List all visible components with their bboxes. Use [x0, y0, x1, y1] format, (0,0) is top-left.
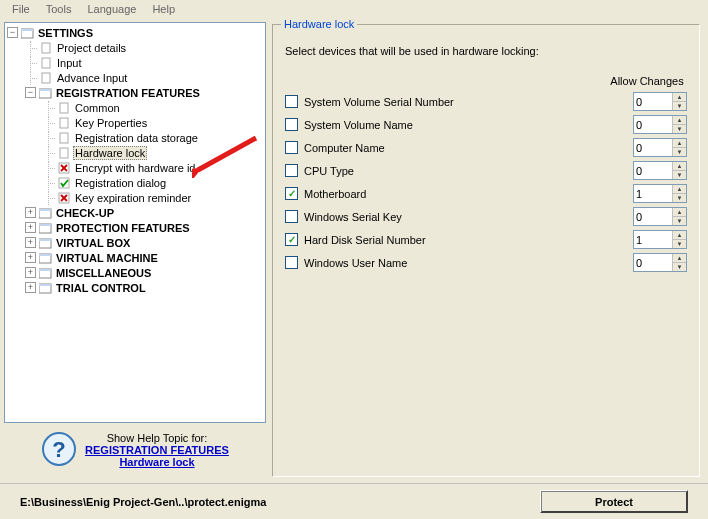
svg-rect-21 [39, 254, 51, 256]
expand-icon[interactable]: + [25, 207, 36, 218]
tree-item[interactable]: Project details [55, 42, 128, 54]
spin-up-icon[interactable]: ▲ [672, 162, 686, 171]
spin-down-icon[interactable]: ▼ [672, 125, 686, 133]
spin-down-icon[interactable]: ▼ [672, 194, 686, 202]
chk-sysvol-name[interactable]: System Volume Name [285, 118, 627, 131]
tree-item[interactable]: Input [55, 57, 83, 69]
chk-win-serial[interactable]: Windows Serial Key [285, 210, 627, 223]
chk-cpu-type[interactable]: CPU Type [285, 164, 627, 177]
folder-icon [38, 86, 52, 99]
chk-sysvol-serial[interactable]: System Volume Serial Number [285, 95, 627, 108]
allow-changes-header: Allow Changes [285, 75, 687, 87]
tree-item-hardware-lock[interactable]: Hardware lock [73, 146, 147, 160]
help-panel: ? Show Help Topic for: REGISTRATION FEAT… [4, 423, 266, 477]
folder-icon [38, 281, 52, 294]
protect-button[interactable]: Protect [540, 490, 688, 513]
folder-icon [38, 251, 52, 264]
menu-language[interactable]: Language [79, 2, 144, 16]
spin-hdd-serial: ▲▼ [633, 230, 687, 249]
menu-file[interactable]: File [4, 2, 38, 16]
tree-item[interactable]: Registration dialog [73, 177, 168, 189]
svg-rect-7 [60, 103, 68, 113]
spin-down-icon[interactable]: ▼ [672, 102, 686, 110]
help-link-regfeatures[interactable]: REGISTRATION FEATURES [85, 444, 229, 456]
folder-icon [38, 236, 52, 249]
folder-icon [38, 206, 52, 219]
svg-rect-2 [42, 43, 50, 53]
tree-item[interactable]: CHECK-UP [54, 207, 116, 219]
x-icon [57, 191, 71, 204]
tree-item[interactable]: Advance Input [55, 72, 129, 84]
check-icon [57, 176, 71, 189]
tree-item[interactable]: Encrypt with hardware id [73, 162, 197, 174]
tree-item-regfeatures[interactable]: REGISTRATION FEATURES [54, 87, 202, 99]
spin-cpu-type: ▲▼ [633, 161, 687, 180]
spin-computer-name: ▲▼ [633, 138, 687, 157]
tree-item[interactable]: Registration data storage [73, 132, 200, 144]
expand-icon[interactable]: − [7, 27, 18, 38]
tree-item[interactable]: PROTECTION FEATURES [54, 222, 192, 234]
spin-up-icon[interactable]: ▲ [672, 116, 686, 125]
svg-rect-10 [60, 148, 68, 158]
tree-item[interactable]: Key Properties [73, 117, 149, 129]
help-title: Show Help Topic for: [85, 432, 229, 444]
tree-item[interactable]: TRIAL CONTROL [54, 282, 148, 294]
svg-rect-25 [39, 284, 51, 286]
page-icon [39, 56, 53, 69]
spin-up-icon[interactable]: ▲ [672, 208, 686, 217]
svg-rect-8 [60, 118, 68, 128]
expand-icon[interactable]: + [25, 252, 36, 263]
chk-hdd-serial[interactable]: Hard Disk Serial Number [285, 233, 627, 246]
help-icon[interactable]: ? [41, 431, 77, 469]
spin-up-icon[interactable]: ▲ [672, 254, 686, 263]
group-desc: Select devices that will be used in hard… [285, 45, 687, 57]
status-bar: E:\Business\Enig Project-Gen\..\protect.… [0, 483, 708, 519]
svg-text:?: ? [52, 437, 65, 462]
spin-up-icon[interactable]: ▲ [672, 93, 686, 102]
svg-rect-15 [39, 209, 51, 211]
page-icon [57, 131, 71, 144]
spin-win-serial: ▲▼ [633, 207, 687, 226]
chk-computer-name[interactable]: Computer Name [285, 141, 627, 154]
menu-bar: File Tools Language Help [0, 0, 708, 18]
tree-item[interactable]: MISCELLANEOUS [54, 267, 153, 279]
tree-root-label[interactable]: SETTINGS [36, 27, 95, 39]
expand-icon[interactable]: + [25, 282, 36, 293]
spin-down-icon[interactable]: ▼ [672, 217, 686, 225]
spin-up-icon[interactable]: ▲ [672, 185, 686, 194]
spin-win-user: ▲▼ [633, 253, 687, 272]
svg-rect-9 [60, 133, 68, 143]
expand-icon[interactable]: − [25, 87, 36, 98]
spin-down-icon[interactable]: ▼ [672, 171, 686, 179]
spin-up-icon[interactable]: ▲ [672, 231, 686, 240]
page-icon [57, 146, 71, 159]
tree-item[interactable]: VIRTUAL MACHINE [54, 252, 160, 264]
svg-rect-23 [39, 269, 51, 271]
menu-help[interactable]: Help [144, 2, 183, 16]
spin-sysvol-serial: ▲▼ [633, 92, 687, 111]
spin-motherboard: ▲▼ [633, 184, 687, 203]
spin-up-icon[interactable]: ▲ [672, 139, 686, 148]
expand-icon[interactable]: + [25, 267, 36, 278]
svg-rect-3 [42, 58, 50, 68]
spin-sysvol-name: ▲▼ [633, 115, 687, 134]
svg-rect-4 [42, 73, 50, 83]
help-link-hardware-lock[interactable]: Hardware lock [119, 456, 194, 468]
svg-rect-19 [39, 239, 51, 241]
spin-down-icon[interactable]: ▼ [672, 148, 686, 156]
chk-win-user[interactable]: Windows User Name [285, 256, 627, 269]
expand-icon[interactable]: + [25, 222, 36, 233]
spin-down-icon[interactable]: ▼ [672, 263, 686, 271]
tree-item[interactable]: Key expiration reminder [73, 192, 193, 204]
tree-item[interactable]: Common [73, 102, 122, 114]
menu-tools[interactable]: Tools [38, 2, 80, 16]
tree-item[interactable]: VIRTUAL BOX [54, 237, 132, 249]
expand-icon[interactable]: + [25, 237, 36, 248]
chk-motherboard[interactable]: Motherboard [285, 187, 627, 200]
tree-view[interactable]: − SETTINGS Project details Input Advance… [4, 22, 266, 423]
spin-down-icon[interactable]: ▼ [672, 240, 686, 248]
hardware-lock-group: Hardware lock Select devices that will b… [272, 24, 700, 477]
folder-icon [38, 221, 52, 234]
svg-rect-12 [59, 178, 69, 188]
folder-icon [38, 266, 52, 279]
